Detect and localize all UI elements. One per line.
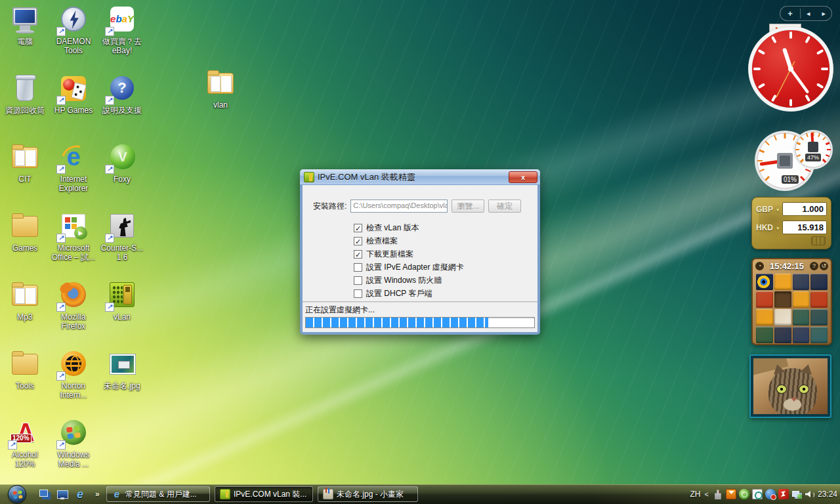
- browse-button[interactable]: 瀏覽...: [452, 200, 484, 213]
- desktop-icon-alcohol[interactable]: A120%↗Alcohol 120%: [1, 418, 49, 469]
- taskbar-clock[interactable]: 23:24: [818, 490, 837, 499]
- desktop-icon-jpgfile[interactable]: 未命名.jpg: [98, 349, 146, 390]
- desktop-icon-help[interactable]: ?↗說明及支援: [98, 74, 146, 115]
- cs-icon: ↗: [106, 211, 138, 242]
- puzzle-tile[interactable]: [810, 274, 828, 290]
- av-tray-icon[interactable]: [778, 489, 789, 499]
- puzzle-tile[interactable]: [793, 309, 810, 326]
- desktop-icon-label: Alcohol 120%: [1, 450, 49, 469]
- gadget-sidebar-controls[interactable]: + ◄ ►: [780, 6, 832, 21]
- ram-gauge[interactable]: 47%: [792, 129, 834, 171]
- checkbox[interactable]: ✓: [354, 250, 362, 259]
- usb-tray-icon[interactable]: [713, 489, 723, 499]
- checkbox[interactable]: ✓: [354, 237, 362, 245]
- player-tray-icon[interactable]: [752, 489, 763, 499]
- folderplain-icon: [9, 349, 41, 379]
- desktop-icon-folderplain[interactable]: Tools: [1, 349, 49, 390]
- ram-gauge-dial: 47%: [792, 129, 834, 171]
- desktop-icon-ebay[interactable]: ebaY↗做買賣？去 eBay!: [98, 5, 146, 55]
- task-button[interactable]: IPvE.COM vLan 裝...: [215, 486, 313, 502]
- desktop-icon-hpgames[interactable]: ↗HP Games: [50, 74, 97, 115]
- desktop-icon-folder[interactable]: CIT: [1, 142, 49, 184]
- currency-value[interactable]: 15.918: [782, 220, 827, 234]
- close-button[interactable]: x: [509, 171, 537, 183]
- desktop-icon-folderplain[interactable]: Games: [1, 211, 49, 253]
- puzzle-tile[interactable]: [810, 327, 828, 343]
- network-tray-icon[interactable]: [791, 489, 802, 499]
- desktop-icon-norton[interactable]: ↗Norton Intern...: [50, 349, 97, 400]
- puzzle-tile[interactable]: [774, 327, 791, 343]
- folder-icon: [205, 68, 236, 98]
- gadget-prev-button[interactable]: ◄: [801, 10, 816, 17]
- desktop-icon-cs[interactable]: ↗Counter-S... 1.6: [98, 211, 146, 262]
- quicklaunch-overflow-chevron[interactable]: »: [95, 490, 100, 499]
- puzzle-tile[interactable]: [810, 291, 828, 308]
- checkbox-row[interactable]: ✓檢查 vLan 版本: [354, 221, 464, 234]
- folder-icon: [9, 142, 41, 173]
- puzzle-help-icon[interactable]: ?: [810, 262, 818, 270]
- update-tray-icon[interactable]: [739, 489, 749, 499]
- desktop-icon-recycle[interactable]: 資源回收筒: [1, 74, 49, 115]
- desktop-icon-foxy[interactable]: V↗Foxy: [98, 142, 146, 184]
- puzzle-shuffle-icon[interactable]: ↺: [820, 262, 828, 270]
- gadget-next-button[interactable]: ►: [816, 10, 832, 17]
- shortcut-arrow-icon: ↗: [56, 303, 66, 312]
- language-indicator[interactable]: ZH: [690, 490, 701, 499]
- checkbox-row[interactable]: 設置 DHCP 客戶端: [354, 287, 464, 300]
- currency-value[interactable]: 1.000: [782, 202, 827, 216]
- checkbox[interactable]: [354, 276, 362, 285]
- flashget-tray-icon[interactable]: [726, 489, 736, 499]
- checkbox[interactable]: ✓: [354, 224, 362, 232]
- desktop-icon-folder[interactable]: vlan: [197, 68, 244, 110]
- puzzle-tile[interactable]: [774, 309, 791, 326]
- ie-quicklaunch-icon[interactable]: e: [74, 488, 87, 501]
- puzzle-tile[interactable]: [756, 291, 773, 308]
- tray-collapse-chevron[interactable]: <: [705, 490, 709, 498]
- installer-dialog: IPvE.COM vLan 裝載精靈 x 安裝路徑: C:\Users\comp…: [300, 169, 540, 335]
- shortcut-arrow-icon: ↗: [105, 234, 114, 243]
- switch-windows-icon[interactable]: [38, 488, 51, 501]
- puzzle-tile[interactable]: [774, 274, 791, 290]
- show-desktop-icon[interactable]: [56, 488, 69, 501]
- slideshow-gadget[interactable]: [749, 354, 831, 418]
- puzzle-tile[interactable]: [793, 327, 810, 343]
- checkbox-row[interactable]: ✓檢查檔案: [354, 234, 464, 247]
- ok-button[interactable]: 確定: [488, 200, 521, 213]
- clock-gadget[interactable]: [747, 25, 835, 113]
- task-button-label: IPvE.COM vLan 裝...: [234, 489, 306, 500]
- checkbox-row[interactable]: 設置 Windows 防火牆: [354, 274, 464, 287]
- desktop-icon-office[interactable]: ▶↗Microsoft Office – 試...: [50, 211, 97, 262]
- desktop-icon-folder[interactable]: Mp3: [1, 280, 49, 322]
- checkbox-row[interactable]: ✓下載更新檔案: [354, 247, 464, 261]
- puzzle-gadget[interactable]: ◔ 15:42:15 ? ↺: [751, 258, 832, 345]
- checkbox-label: 設置 Windows 防火牆: [366, 275, 442, 286]
- checkbox[interactable]: [354, 289, 362, 298]
- currency-gadget[interactable]: GBP ▼1.000HKD ▼15.918: [751, 197, 831, 249]
- puzzle-tile[interactable]: [756, 309, 773, 326]
- desktop-icon-firefox[interactable]: ↗Mozilla Firefox: [50, 280, 97, 331]
- currency-code-select[interactable]: HKD ▼: [756, 223, 782, 232]
- task-button[interactable]: 未命名.jpg - 小畫家: [318, 486, 418, 502]
- install-path-input[interactable]: C:\Users\compaq\Desktop\vla: [350, 200, 448, 213]
- puzzle-tile[interactable]: [793, 274, 810, 290]
- desktop-icon-computer[interactable]: 電腦: [1, 5, 49, 46]
- volume-tray-icon[interactable]: [805, 489, 815, 499]
- desktop-icon-label: 電腦: [1, 37, 49, 46]
- task-button[interactable]: e常見問題 & 用戶建...: [106, 486, 210, 502]
- desktop-icon-daemon[interactable]: ↗DAEMON Tools: [50, 5, 97, 55]
- checkbox[interactable]: [354, 263, 362, 272]
- add-gadget-button[interactable]: +: [780, 9, 800, 18]
- puzzle-tile[interactable]: [810, 309, 828, 326]
- system-tray: ZH < 23:24: [690, 484, 837, 504]
- currency-code-select[interactable]: GBP ▼: [756, 205, 782, 214]
- puzzle-tile[interactable]: [756, 274, 773, 290]
- start-button[interactable]: [8, 485, 26, 503]
- puzzle-tile[interactable]: [756, 327, 773, 343]
- desktop-icon-ie[interactable]: e↗Internet Explorer: [50, 142, 97, 193]
- checkbox-row[interactable]: 設置 IPvE Adapter 虛擬網卡: [354, 261, 464, 274]
- puzzle-tile[interactable]: [793, 291, 810, 308]
- msn-tray-icon[interactable]: [765, 489, 776, 499]
- desktop-icon-wmp[interactable]: ↗Windows Media ...: [50, 418, 97, 469]
- desktop-icon-vlan[interactable]: ↗vLan: [98, 280, 146, 322]
- dialog-titlebar[interactable]: IPvE.COM vLan 裝載精靈 x: [300, 169, 540, 185]
